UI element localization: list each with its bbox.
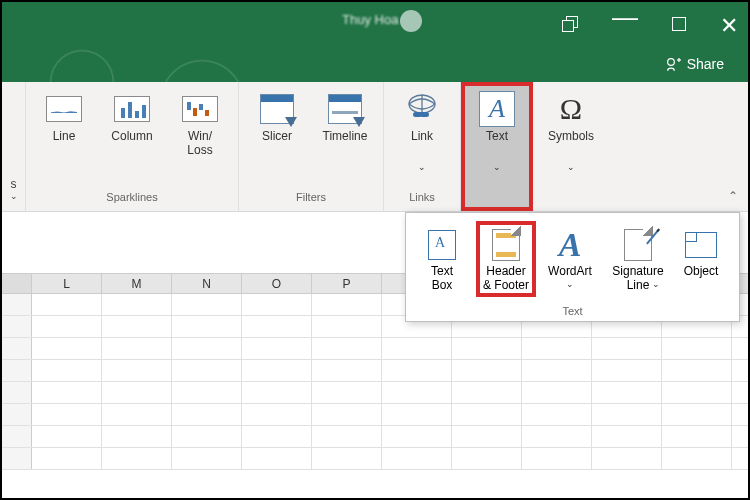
ribbon-display-icon[interactable] xyxy=(562,16,578,36)
slicer-button[interactable]: Slicer xyxy=(249,90,305,160)
timeline-button[interactable]: Timeline xyxy=(317,90,373,160)
signature-line-button[interactable]: Signature Line ⌄ xyxy=(604,221,672,293)
collapse-ribbon-button[interactable]: ⌃ xyxy=(728,189,738,203)
group-label: Links xyxy=(394,187,450,209)
sparkline-winloss-button[interactable]: Win/ Loss xyxy=(172,90,228,160)
chevron-down-icon: ⌄ xyxy=(418,162,426,172)
group-links: Link ⌄ Links xyxy=(384,82,461,211)
group-label: Sparklines xyxy=(36,187,228,209)
ribbon: s⌄ Line Column Win/ Loss Sparklines Slic… xyxy=(2,82,748,212)
group-sparklines: Line Column Win/ Loss Sparklines xyxy=(26,82,239,211)
dropdown-group-label: Text xyxy=(412,297,733,317)
sparkline-line-button[interactable]: Line xyxy=(36,90,92,160)
omega-icon: Ω xyxy=(560,92,582,126)
group-label: Filters xyxy=(249,187,373,209)
header-footer-icon xyxy=(492,229,520,261)
line-chart-icon xyxy=(46,96,82,122)
wordart-button[interactable]: A WordArt ⌄ xyxy=(540,221,600,293)
text-dropdown-button[interactable]: A Text ⌄ xyxy=(461,82,533,211)
document-title: Thuy Hoa xyxy=(342,12,398,27)
share-label: Share xyxy=(687,56,724,72)
chevron-down-icon: ⌄ xyxy=(567,162,575,172)
wordart-icon: A xyxy=(559,226,582,264)
text-icon: A xyxy=(479,91,515,127)
sparkline-column-button[interactable]: Column xyxy=(104,90,160,160)
restore-button[interactable] xyxy=(672,17,686,35)
chevron-down-icon: ⌄ xyxy=(566,279,574,289)
object-icon xyxy=(685,232,717,258)
svg-point-0 xyxy=(667,59,674,66)
symbols-button[interactable]: Ω Symbols ⌄ xyxy=(543,90,599,174)
text-box-button[interactable]: Text Box xyxy=(412,221,472,297)
group-filters: Slicer Timeline Filters xyxy=(239,82,384,211)
column-chart-icon xyxy=(114,96,150,122)
group-symbols: Ω Symbols ⌄ xyxy=(533,82,609,211)
ribbon-left-overflow[interactable]: s⌄ xyxy=(2,82,26,211)
object-button[interactable]: Object xyxy=(676,221,726,283)
share-icon xyxy=(665,56,681,72)
share-button[interactable]: Share xyxy=(665,56,724,72)
user-avatar[interactable] xyxy=(400,10,422,32)
textbox-icon xyxy=(428,230,456,260)
timeline-icon xyxy=(328,94,362,124)
header-footer-button[interactable]: Header & Footer xyxy=(476,221,536,297)
winloss-icon xyxy=(182,96,218,122)
chevron-down-icon: ⌄ xyxy=(493,162,501,172)
svg-rect-6 xyxy=(420,112,429,117)
slicer-icon xyxy=(260,94,294,124)
minimize-button[interactable]: — xyxy=(612,2,638,33)
worksheet[interactable]: L M N O P Text Box Header & Footer A xyxy=(2,212,748,500)
chevron-down-icon: ⌄ xyxy=(652,279,660,289)
close-button[interactable]: ✕ xyxy=(720,13,738,39)
link-icon xyxy=(403,92,441,126)
text-dropdown-panel: Text Box Header & Footer A WordArt ⌄ Sig… xyxy=(405,212,740,322)
signature-icon xyxy=(624,229,652,261)
link-button[interactable]: Link ⌄ xyxy=(394,90,450,174)
title-bar: Thuy Hoa — ✕ Share xyxy=(2,2,748,82)
